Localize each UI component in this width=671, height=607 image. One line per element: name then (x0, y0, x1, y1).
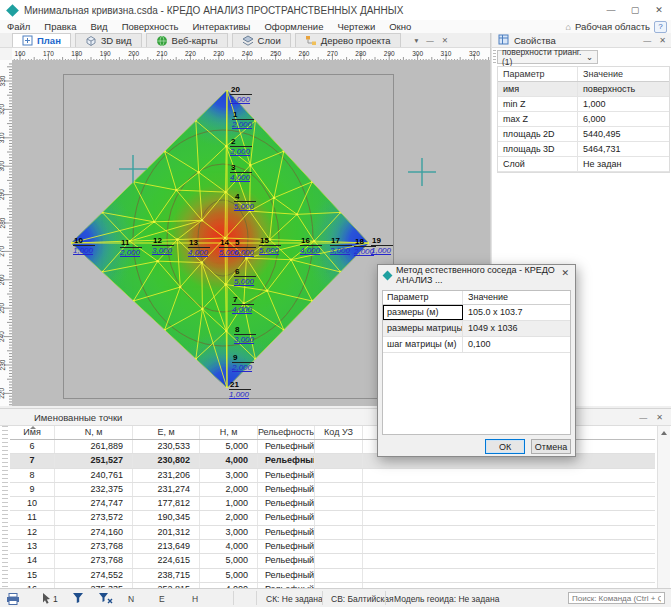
cell: 231,206 (133, 469, 200, 482)
maximize-icon[interactable]: ▢ (623, 0, 647, 20)
points-minimize-icon[interactable]: — (639, 413, 647, 422)
property-name: min Z (498, 97, 578, 111)
dialog-value[interactable]: 105.0 x 103.7 (463, 305, 570, 320)
cell: 14 (10, 554, 55, 567)
coordinate-system-status[interactable]: СК: Не задана (266, 594, 323, 604)
properties-panel-title: Свойства (514, 35, 556, 46)
tab-webmap[interactable]: Веб-карты (146, 33, 228, 47)
tab-plan[interactable]: План (12, 33, 71, 47)
cell: 201,312 (133, 526, 200, 539)
geoid-model-status[interactable]: Модель геоида: Не задана (394, 594, 499, 604)
cell: Рельефный (258, 569, 315, 582)
svg-text:210: 210 (157, 50, 168, 57)
cell: 232,375 (55, 483, 133, 496)
cell: 5,000 (200, 440, 258, 453)
cell: 273,768 (55, 554, 133, 567)
column-header-3[interactable]: H, м (200, 426, 258, 439)
svg-text:280: 280 (0, 217, 6, 228)
tab-layers[interactable]: Слои (232, 33, 291, 47)
cell: Рельефный (258, 526, 315, 539)
filter-icon[interactable] (72, 592, 84, 606)
table-row[interactable]: 13273,768213,6494,000Рельефный (10, 540, 655, 554)
property-row[interactable]: площадь 3D5464,731 (498, 142, 669, 157)
cell: 3,000 (200, 469, 258, 482)
dialog-row[interactable]: шаг матрицы (м)0,100 (383, 337, 570, 353)
minimize-icon[interactable]: — (599, 0, 623, 20)
svg-text:260: 260 (299, 50, 310, 57)
tab-view3d[interactable]: 3D вид (75, 33, 142, 47)
property-row[interactable]: СлойНе задан (498, 157, 669, 172)
property-row[interactable]: min Z1,000 (498, 97, 669, 112)
dialog-value[interactable]: 1049 x 1036 (463, 321, 570, 336)
print-icon[interactable] (6, 592, 20, 607)
command-search-input[interactable] (568, 592, 665, 604)
table-row[interactable]: 11273,572190,3452,000Рельефный (10, 511, 655, 525)
dialog-value[interactable]: 0,100 (463, 337, 570, 352)
properties-minimize-icon[interactable]: — (643, 36, 651, 45)
cell: 2,000 (200, 483, 258, 496)
cell-empty (363, 469, 655, 482)
menu-item-4[interactable]: Поверхность (115, 21, 186, 32)
menu-item-8[interactable]: Окно (382, 21, 418, 32)
property-row[interactable]: имяповерхность (498, 82, 669, 97)
menu-item-6[interactable]: Оформление (257, 21, 330, 32)
cell (315, 483, 363, 496)
svg-text:310: 310 (441, 50, 452, 57)
property-value: 5464,731 (578, 142, 669, 156)
cell-empty (363, 554, 655, 567)
table-row[interactable]: 14273,768224,6155,000Рельефный (10, 554, 655, 568)
table-row[interactable]: 10274,747177,8121,000Рельефный (10, 497, 655, 511)
dialog-row[interactable]: размеры (м)105.0 x 103.7 (383, 305, 570, 321)
cell: 12 (10, 526, 55, 539)
coord-e-label: E (159, 594, 165, 604)
menu-item-5[interactable]: Интерактивы (185, 21, 257, 32)
cell (315, 454, 363, 467)
dialog-row[interactable]: размеры матрицы1049 x 1036 (383, 321, 570, 337)
clear-filter-icon[interactable] (98, 592, 113, 606)
menu-item-2[interactable]: Правка (37, 21, 83, 32)
table-row[interactable]: 12274,160201,3123,000Рельефный (10, 526, 655, 540)
properties-close-icon[interactable]: ✕ (659, 36, 666, 45)
cell: Рельефный (258, 540, 315, 553)
property-row[interactable]: max Z6,000 (498, 112, 669, 127)
selection-count-icon[interactable] (40, 592, 52, 607)
pane-menu-icon[interactable]: ▾ (414, 36, 418, 45)
scroll-up-icon[interactable] (661, 431, 667, 435)
table-row[interactable]: 8240,761231,2063,000Рельефный (10, 469, 655, 483)
column-header-2[interactable]: E, м (133, 426, 200, 439)
webmap-icon (156, 35, 168, 47)
cell: 5,000 (200, 569, 258, 582)
column-header-5[interactable]: Код УЗ (315, 426, 363, 439)
svg-text:290: 290 (384, 50, 395, 57)
help-icon[interactable]: ? (654, 21, 667, 33)
ok-button[interactable]: ОК (485, 439, 525, 454)
column-header-0[interactable]: Имя (10, 426, 55, 439)
tab-tree[interactable]: Дерево проекта (295, 33, 401, 47)
dialog-title-bar[interactable]: Метод естественного соседа - КРЕДО АНАЛИ… (378, 265, 575, 285)
table-row[interactable]: 9232,375231,2742,000Рельефный (10, 483, 655, 497)
property-name: имя (498, 82, 578, 96)
pane-close-icon[interactable]: ✕ (442, 36, 448, 45)
plan-icon (22, 35, 33, 46)
svg-text:270: 270 (327, 50, 338, 57)
points-scrollbar[interactable] (657, 426, 670, 589)
tree-icon (305, 35, 317, 46)
column-header-1[interactable]: N, м (55, 426, 133, 439)
svg-text:310: 310 (0, 132, 6, 143)
close-icon[interactable]: ✕ (647, 0, 671, 20)
menu-item-7[interactable]: Чертежи (330, 21, 382, 32)
cell: 261,889 (55, 440, 133, 453)
cancel-button[interactable]: Отмена (531, 439, 571, 454)
points-close-icon[interactable]: ✕ (656, 413, 663, 422)
column-header-4[interactable]: Рельефность (258, 426, 315, 439)
workspace-menu[interactable]: Рабочая область (575, 21, 650, 32)
menu-item-1[interactable]: Файл (0, 21, 37, 32)
property-row[interactable]: площадь 2D5440,495 (498, 127, 669, 142)
cell: 240,761 (55, 469, 133, 482)
object-selector[interactable]: поверхности трианг. (1) ⌄ (497, 50, 598, 64)
dialog-close-icon[interactable]: ✕ (561, 268, 569, 278)
menu-item-3[interactable]: Вид (83, 21, 114, 32)
pane-minimize-icon[interactable]: — (426, 36, 434, 45)
workspace-icon[interactable]: ⌂ (566, 22, 571, 32)
table-row[interactable]: 15274,552238,7155,000Рельефный (10, 569, 655, 583)
